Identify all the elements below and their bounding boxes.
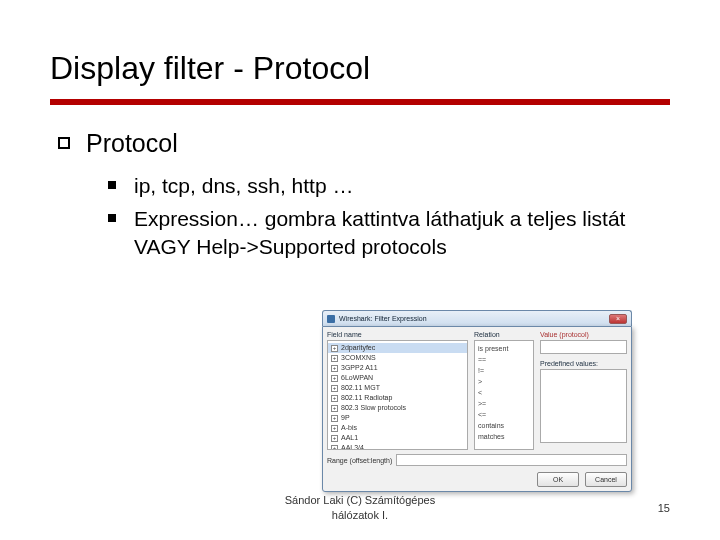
page-number: 15 <box>658 502 670 514</box>
expand-icon[interactable]: + <box>331 345 338 352</box>
expand-icon[interactable]: + <box>331 385 338 392</box>
bullet-level2-text: Expression… gombra kattintva láthatjuk a… <box>134 205 670 260</box>
expand-icon[interactable]: + <box>331 395 338 402</box>
expand-icon[interactable]: + <box>331 355 338 362</box>
range-label: Range (offset:length) <box>327 457 392 464</box>
field-list-item[interactable]: +3COMXNS <box>328 353 467 363</box>
title-underline <box>50 99 670 105</box>
field-list-item[interactable]: +AAL3/4 <box>328 443 467 450</box>
relation-list[interactable]: is present==!=><>=<=containsmatches <box>474 340 534 450</box>
field-list[interactable]: +2dparityfec+3COMXNS+3GPP2 A11+6LoWPAN+8… <box>327 340 468 450</box>
square-open-icon <box>58 137 70 149</box>
relation-item[interactable]: != <box>478 365 530 376</box>
range-input[interactable] <box>396 454 627 466</box>
dialog-titlebar[interactable]: Wireshark: Filter Expression × <box>322 310 632 326</box>
field-list-label: 802.11 Radiotap <box>341 393 392 403</box>
field-list-label: 802.11 MGT <box>341 383 380 393</box>
expand-icon[interactable]: + <box>331 435 338 442</box>
relation-item[interactable]: < <box>478 387 530 398</box>
field-list-label: AAL3/4 <box>341 443 364 450</box>
ok-button[interactable]: OK <box>537 472 579 487</box>
field-list-item[interactable]: +2dparityfec <box>328 343 467 353</box>
field-list-label: 3GPP2 A11 <box>341 363 378 373</box>
bullet-level2: ip, tcp, dns, ssh, http … <box>108 172 670 199</box>
expand-icon[interactable]: + <box>331 405 338 412</box>
expand-icon[interactable]: + <box>331 445 338 451</box>
relation-item[interactable]: is present <box>478 343 530 354</box>
field-list-item[interactable]: +6LoWPAN <box>328 373 467 383</box>
predefined-list[interactable] <box>540 369 627 443</box>
expand-icon[interactable]: + <box>331 365 338 372</box>
field-list-item[interactable]: +A-bis <box>328 423 467 433</box>
field-list-item[interactable]: +802.3 Slow protocols <box>328 403 467 413</box>
expand-icon[interactable]: + <box>331 415 338 422</box>
cancel-button[interactable]: Cancel <box>585 472 627 487</box>
field-list-label: AAL1 <box>341 433 358 443</box>
field-list-label: 802.3 Slow protocols <box>341 403 406 413</box>
field-list-item[interactable]: +9P <box>328 413 467 423</box>
filter-expression-dialog: Wireshark: Filter Expression × Field nam… <box>322 310 632 492</box>
value-header: Value (protocol) <box>540 331 627 338</box>
field-list-label: 9P <box>341 413 350 423</box>
value-input[interactable] <box>540 340 627 354</box>
relation-item[interactable]: > <box>478 376 530 387</box>
field-list-item[interactable]: +3GPP2 A11 <box>328 363 467 373</box>
app-icon <box>327 315 335 323</box>
close-icon[interactable]: × <box>609 314 627 324</box>
field-list-item[interactable]: +802.11 MGT <box>328 383 467 393</box>
bullet-level1: Protocol <box>58 129 670 158</box>
dialog-title: Wireshark: Filter Expression <box>339 315 427 322</box>
slide-footer: Sándor Laki (C) Számítógépes hálózatok I… <box>0 493 720 522</box>
expand-icon[interactable]: + <box>331 425 338 432</box>
footer-line1: Sándor Laki (C) Számítógépes <box>285 493 435 507</box>
expand-icon[interactable]: + <box>331 375 338 382</box>
bullet-level2: Expression… gombra kattintva láthatjuk a… <box>108 205 670 260</box>
slide-title: Display filter - Protocol <box>50 50 670 87</box>
footer-line2: hálózatok I. <box>285 508 435 522</box>
relation-item[interactable]: contains <box>478 420 530 431</box>
bullet-level2-text: ip, tcp, dns, ssh, http … <box>134 172 353 199</box>
relation-item[interactable]: == <box>478 354 530 365</box>
predefined-label: Predefined values: <box>540 360 627 367</box>
relation-item[interactable]: >= <box>478 398 530 409</box>
field-list-label: 6LoWPAN <box>341 373 373 383</box>
field-list-label: A-bis <box>341 423 357 433</box>
field-list-item[interactable]: +AAL1 <box>328 433 467 443</box>
relation-header: Relation <box>474 331 534 338</box>
field-list-label: 2dparityfec <box>341 343 375 353</box>
fieldname-header: Field name <box>327 331 468 338</box>
bullet-level1-text: Protocol <box>86 129 178 158</box>
field-list-label: 3COMXNS <box>341 353 376 363</box>
field-list-item[interactable]: +802.11 Radiotap <box>328 393 467 403</box>
square-solid-icon <box>108 181 116 189</box>
relation-item[interactable]: <= <box>478 409 530 420</box>
relation-item[interactable]: matches <box>478 431 530 442</box>
square-solid-icon <box>108 214 116 222</box>
